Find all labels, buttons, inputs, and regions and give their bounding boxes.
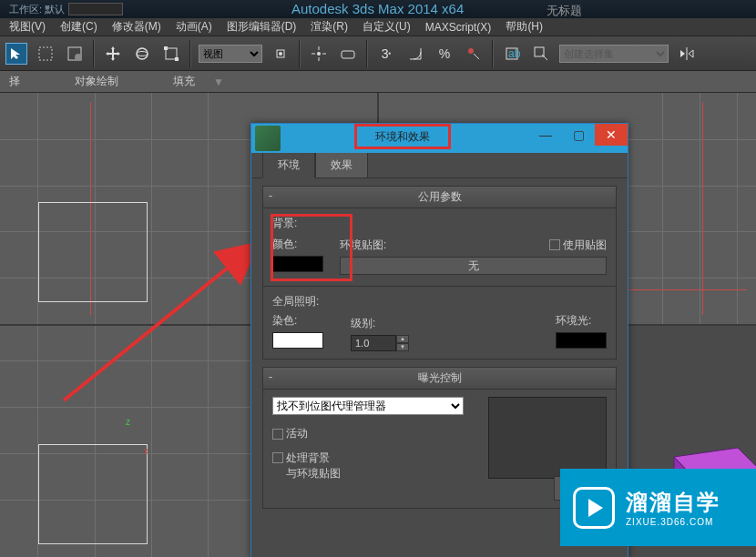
processbg-checkbox[interactable]	[272, 452, 283, 463]
svg-point-3	[137, 48, 148, 59]
ambient-label: 环境光:	[556, 313, 607, 329]
annotation-highlight	[271, 214, 352, 281]
workspace-dropdown[interactable]	[68, 3, 123, 15]
svg-text:abc: abc	[508, 47, 520, 60]
svg-point-4	[137, 51, 148, 56]
named-sel-icon[interactable]: abc	[501, 43, 523, 65]
svg-point-16	[468, 48, 474, 54]
minimize-button[interactable]: —	[529, 124, 562, 146]
ribbon-bar: 择 对象绘制 填充 ▼	[0, 71, 756, 93]
menu-customize[interactable]: 自定义(U)	[363, 19, 411, 35]
workspace-label: 工作区: 默认	[9, 3, 65, 16]
snap-3-icon[interactable]: 3▪	[375, 43, 397, 65]
mirror-icon[interactable]	[676, 43, 698, 65]
spin-down-icon[interactable]: ▼	[396, 343, 409, 351]
keymode-icon[interactable]	[337, 43, 359, 65]
tab-environment[interactable]: 环境	[262, 152, 315, 178]
dialog-tabs: 环境 效果	[251, 153, 628, 178]
main-toolbar: 视图 3▪ % abc 创建选择集	[0, 36, 756, 71]
ribbon-obj-paint[interactable]: 对象绘制	[75, 74, 118, 89]
ambient-color-swatch[interactable]	[556, 332, 607, 349]
angle-snap-icon[interactable]	[404, 43, 426, 65]
collapse-icon[interactable]: -	[269, 370, 272, 383]
move-tool-icon[interactable]	[102, 43, 124, 65]
svg-rect-15	[342, 51, 354, 58]
menu-maxscript[interactable]: MAXScript(X)	[425, 21, 492, 34]
maximize-button[interactable]: ▢	[562, 124, 595, 146]
svg-point-10	[317, 52, 321, 56]
menubar: 视图(V) 创建(C) 修改器(M) 动画(A) 图形编辑器(D) 渲染(R) …	[0, 18, 756, 36]
toolbar-separator	[299, 40, 301, 67]
app-icon	[255, 126, 281, 151]
exposure-type-dropdown[interactable]: 找不到位图代理管理器	[272, 397, 464, 415]
envmap-slot-button[interactable]: 无	[340, 257, 607, 275]
select-tool-icon[interactable]	[5, 43, 27, 65]
toolbar-separator	[189, 40, 191, 67]
menu-modifiers[interactable]: 修改器(M)	[112, 19, 161, 35]
menu-animation[interactable]: 动画(A)	[176, 19, 212, 35]
tint-color-swatch[interactable]	[272, 332, 323, 349]
dialog-title: 环境和效果	[354, 124, 451, 149]
manip-tool-icon[interactable]	[308, 43, 330, 65]
menu-view[interactable]: 视图(V)	[9, 19, 46, 35]
collapse-icon[interactable]: -	[269, 189, 272, 202]
svg-rect-6	[164, 46, 168, 50]
select-paint-icon[interactable]	[64, 43, 86, 65]
level-label: 级别:	[351, 316, 409, 331]
usemap-label: 使用贴图	[563, 238, 607, 251]
global-illum-label: 全局照明:	[272, 294, 607, 309]
percent-snap-icon[interactable]: %	[434, 43, 455, 65]
pivot-icon[interactable]	[270, 43, 291, 65]
active-checkbox[interactable]	[272, 429, 283, 440]
watermark-url: ZIXUE.3D66.COM	[626, 517, 720, 527]
toolbar-separator	[492, 40, 494, 67]
panel-title: 曝光控制	[418, 371, 462, 384]
tab-effects[interactable]: 效果	[315, 152, 368, 177]
menu-render[interactable]: 渲染(R)	[311, 19, 348, 35]
toolbar-separator	[93, 40, 95, 67]
active-label: 活动	[286, 427, 308, 440]
tint-label: 染色:	[272, 313, 323, 329]
menu-create[interactable]: 创建(C)	[60, 19, 97, 35]
select-rect-icon[interactable]	[35, 43, 56, 65]
processbg-label: 处理背景 与环境贴图	[286, 451, 341, 481]
panel-title: 公用参数	[418, 190, 462, 203]
exposure-preview	[488, 397, 607, 479]
usemap-checkbox[interactable]	[549, 239, 560, 250]
toolbar-separator	[366, 40, 368, 67]
dialog-titlebar[interactable]: 环境和效果 — ▢ ✕	[251, 124, 628, 153]
app-title: Autodesk 3ds Max 2014 x64	[291, 1, 464, 16]
svg-rect-0	[39, 47, 52, 60]
level-spinner[interactable]: ▲▼	[351, 335, 409, 351]
watermark-brand: 溜溜自学	[626, 488, 720, 517]
play-icon	[573, 487, 615, 529]
watermark: 溜溜自学 ZIXUE.3D66.COM	[560, 469, 756, 546]
svg-point-9	[279, 52, 282, 56]
panel-common-params: -公用参数 背景: 颜色: 环境贴图: 使用贴图	[262, 186, 617, 360]
svg-point-2	[75, 54, 82, 61]
edit-sel-icon[interactable]	[530, 43, 552, 65]
selection-set-dropdown[interactable]: 创建选择集	[559, 45, 669, 63]
spinner-snap-icon[interactable]	[463, 43, 485, 65]
svg-rect-7	[175, 57, 179, 61]
rotate-tool-icon[interactable]	[131, 43, 153, 65]
menu-help[interactable]: 帮助(H)	[506, 19, 543, 35]
ribbon-select[interactable]: 择	[9, 74, 20, 89]
ribbon-populate[interactable]: 填充	[173, 74, 195, 89]
level-input[interactable]	[351, 335, 396, 351]
spin-up-icon[interactable]: ▲	[396, 335, 409, 343]
close-button[interactable]: ✕	[595, 124, 628, 146]
ref-coord-dropdown[interactable]: 视图	[199, 45, 262, 63]
scale-tool-icon[interactable]	[160, 43, 182, 65]
doc-title: 无标题	[547, 3, 582, 19]
menu-graph[interactable]: 图形编辑器(D)	[227, 19, 297, 35]
